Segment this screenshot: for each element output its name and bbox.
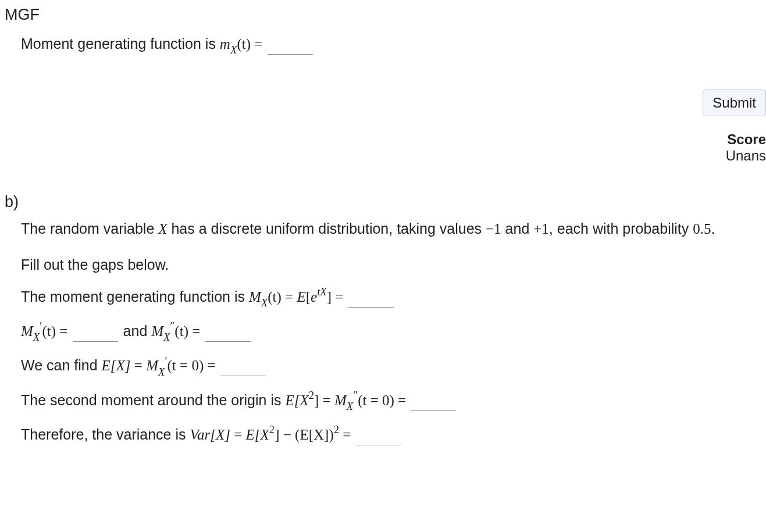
l4-text: The second moment around the origin is (21, 392, 285, 408)
l5-EX-paren: (E[X]) (295, 427, 334, 442)
l5-sq1: 2 (269, 423, 275, 435)
l5-eq2: = (339, 427, 355, 442)
l3-eq2: = (204, 358, 219, 374)
l5-eq1: = (230, 427, 246, 442)
intro-text-2: has a discrete uniform distribution, tak… (168, 220, 486, 237)
score-area: Score Unans (726, 131, 766, 164)
fill-prompt: Fill out the gaps below. (21, 253, 766, 276)
input-mprime[interactable] (73, 324, 118, 342)
line-derivs: MX′(t) = and MX″(t) = (21, 319, 766, 345)
l4-arg: (t = 0) (358, 392, 394, 408)
l1-tX: tX (317, 285, 327, 298)
intro-neg1: −1 (486, 221, 501, 237)
mgf-m: m (220, 36, 230, 52)
partb-intro: The random variable X has a discrete uni… (21, 219, 766, 239)
l2-eq2: = (188, 323, 204, 339)
l2-arg1: (t) (42, 323, 56, 339)
mgf-sub-x: X (230, 44, 237, 56)
page-root: MGF Moment generating function is mX(t) … (0, 0, 766, 447)
l2-M1: M (21, 323, 33, 339)
l4-eq2: = (394, 392, 410, 408)
line-ex2: The second moment around the origin is E… (21, 388, 766, 414)
l4-EX2-open: E[X (285, 392, 308, 408)
l2-and: and (123, 323, 152, 339)
input-mdoubleprime[interactable] (205, 324, 251, 342)
score-status: Unans (726, 148, 766, 164)
input-mgf-def[interactable] (348, 290, 394, 308)
intro-prob: 0.5 (693, 221, 711, 237)
section-heading-b: b) (5, 193, 766, 211)
score-label: Score (726, 131, 766, 148)
l5-EX2-open: E[X (246, 427, 269, 442)
l2-prime: ′ (40, 320, 42, 332)
l1-e: e (311, 289, 317, 305)
l4-eq1: = (319, 392, 334, 408)
l1-br-close: ] (327, 289, 332, 305)
l1-br-open: [ (306, 289, 311, 305)
l1-subX: X (261, 297, 268, 309)
input-ex[interactable] (220, 358, 266, 376)
l4-subX: X (347, 400, 353, 412)
intro-text-4: , each with probability (549, 220, 693, 237)
l2-subX2: X (163, 331, 170, 343)
intro-var-x: X (158, 221, 167, 237)
l3-prime: ′ (165, 355, 167, 367)
intro-text-1: The random variable (21, 220, 158, 237)
l1-arg: (t) (268, 289, 282, 305)
line-mgf-def: The moment generating function is MX(t) … (21, 284, 766, 310)
input-var[interactable] (356, 427, 401, 445)
input-ex2[interactable] (411, 393, 456, 411)
l1-E: E (297, 289, 305, 305)
l3-arg: (t = 0) (168, 358, 204, 374)
l3-M: M (146, 358, 158, 374)
l3-subX: X (158, 366, 165, 378)
l2-M2: M (151, 323, 163, 339)
intro-text-5: . (711, 220, 715, 237)
l2-dprime: ″ (170, 320, 175, 332)
mgf-input[interactable] (268, 37, 313, 55)
section-heading-mgf: MGF (5, 6, 766, 24)
mgf-arg: (t) = (237, 36, 262, 52)
l2-eq1: = (56, 323, 72, 339)
l1-M: M (249, 289, 261, 305)
l5-sq2: 2 (334, 423, 339, 435)
l2-arg2: (t) (174, 323, 188, 339)
intro-pos1: +1 (533, 221, 549, 237)
line-var: Therefore, the variance is Var[X] = E[X2… (21, 422, 766, 447)
submit-button[interactable]: Submit (703, 90, 766, 116)
l1-eq2: = (332, 289, 347, 305)
l3-EX: E[X] (102, 358, 131, 374)
submit-area: Submit Score Unans (5, 90, 766, 164)
l4-sq: 2 (309, 389, 314, 401)
l5-minus: − (279, 427, 295, 442)
intro-text-3: and (501, 220, 534, 237)
mgf-prompt-text: Moment generating function is (21, 35, 220, 52)
line1-text: The moment generating function is (21, 288, 249, 305)
l1-eq1: = (282, 289, 297, 305)
line-ex: We can find E[X] = MX′(t = 0) = (21, 353, 766, 379)
mgf-prompt-line: Moment generating function is mX(t) = (21, 32, 766, 58)
l4-M: M (334, 392, 347, 408)
l4-dprime: ″ (353, 389, 358, 401)
l3-text: We can find (21, 358, 102, 374)
l3-eq1: = (131, 358, 147, 374)
l5-text: Therefore, the variance is (21, 426, 190, 442)
l5-Var: Var[X] (190, 427, 230, 442)
l2-subX1: X (33, 331, 40, 343)
